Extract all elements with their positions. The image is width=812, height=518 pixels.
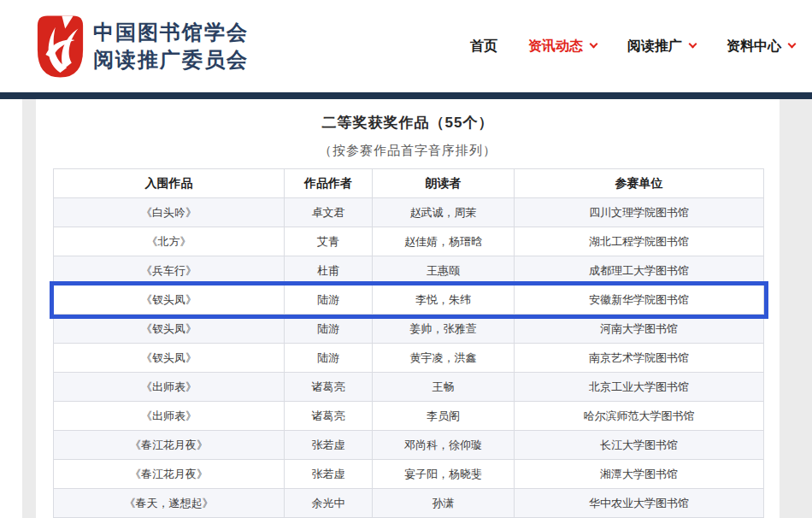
table-cell: 《春江花月夜》 xyxy=(54,431,285,460)
table-cell: 安徽新华学院图书馆 xyxy=(515,285,764,315)
chevron-down-icon xyxy=(590,40,598,49)
table-row[interactable]: 《北方》艾青赵佳婧，杨瑨晗湖北工程学院图书馆 xyxy=(54,227,764,256)
page-subtitle: （按参赛作品首字音序排列） xyxy=(36,143,780,159)
table-cell: 河南大学图书馆 xyxy=(515,315,764,344)
page-area: 二等奖获奖作品（55个） （按参赛作品首字音序排列） 入围作品作品作者朗读者参赛… xyxy=(0,99,812,518)
table-cell: 李员阁 xyxy=(373,402,515,431)
main-nav: 首页资讯动态阅读推广资料中心 xyxy=(470,0,795,92)
site-header: 中国图书馆学会 阅读推广委员会 首页资讯动态阅读推广资料中心 xyxy=(0,0,812,92)
table-cell: 《钗头凤》 xyxy=(54,344,285,373)
table-cell: 湘潭大学图书馆 xyxy=(515,460,764,489)
page: 中国图书馆学会 阅读推广委员会 首页资讯动态阅读推广资料中心 二等奖获奖作品（5… xyxy=(0,0,812,518)
table-row[interactable]: 《春江花月夜》张若虚宴子阳，杨晓斐湘潭大学图书馆 xyxy=(54,460,764,489)
nav-item-reading-promotion[interactable]: 阅读推广 xyxy=(627,38,696,56)
table-cell: 陆游 xyxy=(285,285,373,315)
table-cell: 长江大学图书馆 xyxy=(515,431,764,460)
table-row[interactable]: 《出师表》诸葛亮李员阁哈尔滨师范大学图书馆 xyxy=(54,402,764,431)
logo-text: 中国图书馆学会 阅读推广委员会 xyxy=(93,19,249,74)
table-cell: 赵佳婧，杨瑨晗 xyxy=(373,227,515,256)
table-cell: 诸葛亮 xyxy=(285,373,373,402)
table-row[interactable]: 《兵车行》杜甫王惠颐成都理工大学图书馆 xyxy=(54,256,764,285)
table-cell: 《北方》 xyxy=(54,227,285,256)
table-cell: 王畅 xyxy=(373,373,515,402)
column-header: 参赛单位 xyxy=(515,169,764,198)
table-cell: 《春天，遂想起》 xyxy=(54,489,285,518)
nav-item-label: 资料中心 xyxy=(727,38,781,56)
nav-item-label: 资讯动态 xyxy=(528,38,583,56)
logo-title-line1: 中国图书馆学会 xyxy=(93,19,249,46)
table-cell: 陆游 xyxy=(285,344,373,373)
table-cell: 湖北工程学院图书馆 xyxy=(515,227,764,256)
table-header-row: 入围作品作品作者朗读者参赛单位 xyxy=(54,169,764,198)
table-cell: 李悦，朱纬 xyxy=(373,285,515,315)
nav-item-label: 阅读推广 xyxy=(627,38,682,56)
table-cell: 张若虚 xyxy=(285,431,373,460)
table-cell: 《春江花月夜》 xyxy=(54,460,285,489)
table-row[interactable]: 《春天，遂想起》余光中孙潇华中农业大学图书馆 xyxy=(54,489,764,518)
table-cell: 《兵车行》 xyxy=(54,256,285,285)
table-row[interactable]: 《出师表》诸葛亮王畅北京工业大学图书馆 xyxy=(54,373,764,402)
table-cell: 姜帅，张雅萱 xyxy=(373,315,515,344)
table-cell: 《白头吟》 xyxy=(54,198,285,227)
table-row[interactable]: 《钗头凤》陆游李悦，朱纬安徽新华学院图书馆 xyxy=(54,285,764,315)
table-cell: 南京艺术学院图书馆 xyxy=(515,344,764,373)
logo-icon xyxy=(36,14,85,79)
table-cell: 《出师表》 xyxy=(54,402,285,431)
header-divider-bar xyxy=(0,92,812,99)
table-cell: 杜甫 xyxy=(285,256,373,285)
table-row[interactable]: 《钗头凤》陆游黄宇凌，洪鑫南京艺术学院图书馆 xyxy=(54,344,764,373)
column-header: 作品作者 xyxy=(285,169,373,198)
table-cell: 卓文君 xyxy=(285,198,373,227)
table-cell: 成都理工大学图书馆 xyxy=(515,256,764,285)
content-panel: 二等奖获奖作品（55个） （按参赛作品首字音序排列） 入围作品作品作者朗读者参赛… xyxy=(36,99,780,518)
table-cell: 《钗头凤》 xyxy=(54,315,285,344)
awards-table: 入围作品作品作者朗读者参赛单位 《白头吟》卓文君赵武诚，周茉四川文理学院图书馆《… xyxy=(53,168,764,518)
table-cell: 《钗头凤》 xyxy=(54,285,285,315)
logo-title-line2: 阅读推广委员会 xyxy=(93,46,249,74)
table-cell: 哈尔滨师范大学图书馆 xyxy=(515,402,764,431)
table-cell: 艾青 xyxy=(285,227,373,256)
logo[interactable]: 中国图书馆学会 阅读推广委员会 xyxy=(36,14,249,79)
nav-item-label: 首页 xyxy=(470,38,497,56)
nav-item-home[interactable]: 首页 xyxy=(470,38,497,56)
nav-item-resource-center[interactable]: 资料中心 xyxy=(727,38,795,56)
table-row[interactable]: 《钗头凤》陆游姜帅，张雅萱河南大学图书馆 xyxy=(54,315,764,344)
chevron-down-icon xyxy=(689,40,697,49)
table-cell: 陆游 xyxy=(285,315,373,344)
table-cell: 北京工业大学图书馆 xyxy=(515,373,764,402)
table-row[interactable]: 《春江花月夜》张若虚邓尚科，徐仰璇长江大学图书馆 xyxy=(54,431,764,460)
table-cell: 华中农业大学图书馆 xyxy=(515,489,764,518)
table-cell: 四川文理学院图书馆 xyxy=(515,198,764,227)
chevron-down-icon xyxy=(788,40,797,49)
table-cell: 宴子阳，杨晓斐 xyxy=(373,460,515,489)
column-header: 入围作品 xyxy=(54,169,285,198)
column-header: 朗读者 xyxy=(373,169,515,198)
table-cell: 余光中 xyxy=(285,489,373,518)
table-cell: 张若虚 xyxy=(285,460,373,489)
page-title: 二等奖获奖作品（55个） xyxy=(36,113,780,132)
table-cell: 邓尚科，徐仰璇 xyxy=(373,431,515,460)
nav-item-news[interactable]: 资讯动态 xyxy=(528,38,597,56)
table-cell: 王惠颐 xyxy=(373,256,515,285)
table-cell: 《出师表》 xyxy=(54,373,285,402)
table-cell: 赵武诚，周茉 xyxy=(373,198,515,227)
table-row[interactable]: 《白头吟》卓文君赵武诚，周茉四川文理学院图书馆 xyxy=(54,198,764,227)
table-cell: 黄宇凌，洪鑫 xyxy=(373,344,515,373)
table-cell: 诸葛亮 xyxy=(285,402,373,431)
table-cell: 孙潇 xyxy=(373,489,515,518)
